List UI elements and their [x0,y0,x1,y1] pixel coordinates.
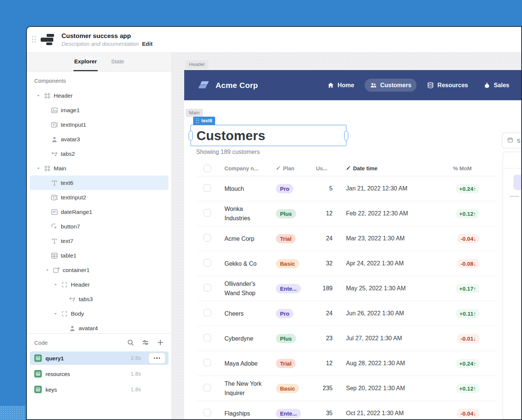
mom-cell: +0.17↑ [446,284,496,293]
chevron-down-icon[interactable] [36,167,41,170]
tree-item-main[interactable]: Main [30,161,169,176]
code-list: query12.5sresources1.8skeys1.8s [27,351,172,398]
code-item-name: resources [45,371,70,377]
row-checkbox[interactable] [204,234,211,241]
resize-handle-right[interactable] [344,131,348,140]
nav-item-home[interactable]: Home [322,79,359,92]
plan-cell: Ente... [266,284,310,293]
table-row[interactable]: MtouchPro5Jan 21, 2022 12:30 AM+0.24↑ [197,176,496,201]
column-header-users[interactable]: Us... [310,165,334,171]
tree-item-text7[interactable]: text7 [30,234,169,248]
tree-item-text6[interactable]: text6 [30,176,169,190]
column-header-date[interactable]: Date time [334,165,446,171]
mom-cell: -0.08↓ [446,259,496,268]
select-all-checkbox[interactable] [204,165,211,172]
tree-item-container1[interactable]: container1 [30,263,169,277]
row-checkbox[interactable] [204,359,211,366]
app-window: Customer success app Description and doc… [26,26,522,420]
row-checkbox[interactable] [204,309,211,316]
drag-handle-icon[interactable] [32,36,36,43]
column-header-company[interactable]: Company n... [224,165,266,171]
mom-cell: -0.04↓ [446,234,496,243]
tree-item-button7[interactable]: button7 [30,219,169,234]
row-checkbox[interactable] [204,384,211,391]
mom-value: -0.04↓ [457,409,479,418]
code-item-query1[interactable]: query12.5s [30,351,169,365]
table-row[interactable]: FlagshipsEnte...35Oct 21, 2022 1:30 AM-0… [197,401,496,419]
editor-canvas: Header Acme Corp HomeCustomersResourcesS… [172,53,521,419]
tree-item-label: text7 [61,238,73,244]
desktop-dock-fragment [0,406,25,420]
row-checkbox[interactable] [204,259,211,266]
resize-handle-left[interactable] [189,131,193,140]
detail-side-card [503,152,521,419]
chevron-down-icon[interactable] [53,283,58,287]
tree-item-daterange1[interactable]: dateRange1 [30,205,169,219]
tree-item-header[interactable]: Header [30,88,169,103]
users-cell: 24 [310,310,334,317]
tree-item-textinput1[interactable]: textInput1 [30,117,169,132]
tree-item-label: tabs3 [79,296,93,303]
row-checkbox[interactable] [204,184,211,192]
tree-item-table1[interactable]: table1 [30,248,169,263]
tree-item-avatar4[interactable]: avatar4 [30,321,169,333]
brand-name: Acme Corp [216,81,258,90]
tab-state[interactable]: State [110,53,125,71]
selected-text-component[interactable]: Customers [191,125,346,146]
table-row[interactable]: CheersPro24Jun 26, 2022 1:30 AM+0.11↑ [197,301,496,326]
tree-item-header[interactable]: Header [30,277,169,292]
column-header-check[interactable] [197,165,224,172]
database-icon [427,82,434,89]
date-cell: May 25, 2022 1:30 AM [334,285,446,292]
table-row[interactable]: CyberdynePlus23Jul 27, 2022 1:30 AM-0.01… [197,326,496,351]
tree-item-tabs3[interactable]: tabs3 [30,292,169,306]
chevron-down-icon[interactable] [45,268,50,272]
row-checkbox[interactable] [204,409,211,416]
table-row[interactable]: Gekko & CoBasic32Apr 24, 2022 1:30 AM-0.… [197,251,496,276]
code-item-keys[interactable]: keys1.8s [30,383,169,396]
nav-item-sales[interactable]: Sales [478,79,515,92]
customers-table: Company n...PlanUs...Date time% MoM Mtou… [197,161,496,419]
edit-description-button[interactable]: Edit [142,41,152,47]
frame-label-header[interactable]: Header [186,60,208,69]
tree-item-body[interactable]: Body [30,306,169,321]
table-row[interactable]: Ollivander's Wand ShopEnte...189May 25, … [197,276,496,301]
row-checkbox[interactable] [204,334,211,341]
table-icon [51,252,58,259]
table-row[interactable]: The New York InquirerBasic235Sep 20, 202… [197,376,496,401]
search-icon[interactable] [127,339,134,346]
row-checkbox[interactable] [204,284,211,291]
detail-card-button[interactable] [513,175,521,190]
tree-item-label: textInput2 [61,194,86,201]
tree-item-image1[interactable]: image1 [30,103,169,117]
column-header-plan[interactable]: Plan [266,165,310,171]
add-query-icon[interactable] [157,339,164,346]
users-cell: 235 [310,385,334,392]
date-range-button[interactable]: S [502,133,521,148]
sidebar-tabbar: Explorer State [27,53,172,72]
table-row[interactable]: Maya AdobeTrial12Aug 28, 2022 1:30 AM+0.… [197,351,496,376]
frame-label-main[interactable]: Main [186,109,203,117]
mom-value: +0.24↑ [456,184,479,193]
company-name: Mtouch [224,184,266,193]
row-checkbox[interactable] [204,209,211,217]
nav-item-customers[interactable]: Customers [365,79,417,92]
table-row[interactable]: Acme CorpTrial24Mar 23, 2022 1:30 AM-0.0… [197,226,496,251]
selected-component-tag[interactable]: text6 [193,117,215,125]
more-options-button[interactable] [148,353,166,364]
code-item-resources[interactable]: resources1.8s [30,367,169,380]
tree-item-avatar3[interactable]: avatar3 [30,132,169,146]
nav-item-resources[interactable]: Resources [422,79,473,92]
tab-explorer[interactable]: Explorer [73,53,98,71]
tree-item-tabs2[interactable]: tabs2 [30,146,169,161]
avatar-icon [51,136,58,143]
mom-cell: +0.24↑ [446,359,496,368]
column-header-mom[interactable]: % MoM [446,165,496,171]
selected-component-name: text6 [201,118,212,123]
plan-cell: Trial [266,234,310,243]
table-row[interactable]: Wonka IndustriesPlus12Feb 22, 2022 12:30… [197,201,496,226]
chevron-down-icon[interactable] [53,312,58,316]
filter-icon[interactable] [142,339,149,346]
tree-item-textinput2[interactable]: textInput2 [30,190,169,205]
chevron-down-icon[interactable] [36,94,41,98]
